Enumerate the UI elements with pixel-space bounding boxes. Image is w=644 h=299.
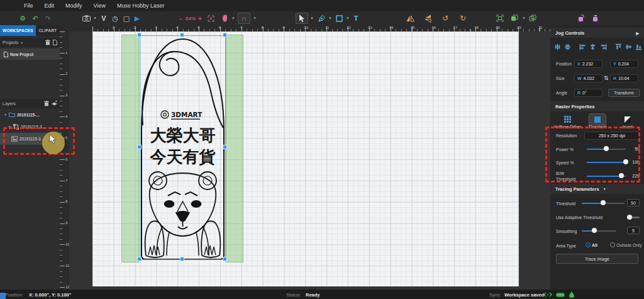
bw-threshold-slider[interactable]: [587, 173, 626, 179]
camera-capture-icon[interactable]: [80, 13, 92, 24]
layer-vector-expand-caret[interactable]: ▶: [9, 125, 11, 128]
statusbar-sync-label: Sync:: [489, 292, 501, 298]
jog-controls-header[interactable]: Jog Controls ▶: [550, 28, 644, 38]
tab-workspaces[interactable]: WORKSPACES: [0, 25, 36, 36]
raster-properties-header[interactable]: Raster Properties: [550, 101, 644, 111]
perimeter-frame-icon[interactable]: ▢: [121, 13, 131, 24]
layer-vector-label: 20191115-3...: [21, 125, 45, 129]
tracing-collapse-caret[interactable]: ▼: [603, 187, 606, 191]
adaptive-threshold-toggle[interactable]: [627, 215, 640, 220]
layer-group-row[interactable]: ▼ 20191115-...: [0, 109, 60, 120]
align-right-icon[interactable]: [600, 43, 607, 51]
flip-horizontal-icon[interactable]: [404, 13, 416, 24]
menu-modify[interactable]: Modify: [65, 3, 82, 9]
resolution-value-field[interactable]: 250 x 250 dpi: [584, 132, 640, 140]
position-y-field[interactable]: Y0.204: [610, 60, 638, 68]
tab-clipart[interactable]: CLIPART: [36, 25, 60, 36]
pan-hand-icon[interactable]: [219, 13, 230, 24]
resolution-label: Resolution: [556, 133, 577, 138]
menu-view[interactable]: View: [94, 3, 106, 9]
shape-tool-caret[interactable]: ▼: [345, 13, 350, 24]
rotate-ccw-icon[interactable]: ↺: [440, 13, 451, 24]
transform-button[interactable]: Transform: [608, 89, 640, 97]
ungroup-layers-icon[interactable]: [527, 13, 538, 24]
tracing-parameters-header[interactable]: Tracing Parameters ▼: [550, 184, 644, 194]
trace-threshold-slider[interactable]: [582, 200, 625, 206]
select-tool-icon[interactable]: [296, 13, 308, 24]
delete-project-trash-icon[interactable]: [45, 40, 50, 46]
distribute-horizontal-icon[interactable]: [554, 43, 561, 51]
angle-r-field[interactable]: R0°: [574, 89, 602, 97]
size-h-field[interactable]: H10.64: [610, 74, 638, 82]
menu-file[interactable]: File: [24, 3, 33, 9]
camera-dropdown-caret[interactable]: ▼: [92, 13, 97, 24]
pan-dropdown-caret[interactable]: ▼: [231, 13, 236, 24]
run-job-play-icon[interactable]: ▶: [133, 13, 142, 24]
selection-handle-w[interactable]: [137, 145, 142, 149]
group-dropdown-caret[interactable]: ▼: [521, 13, 526, 24]
select-tool-caret[interactable]: ▼: [309, 13, 314, 24]
snap-dropdown-caret[interactable]: ▼: [252, 13, 257, 24]
job-timer-icon[interactable]: ◷: [110, 13, 120, 24]
delete-layer-trash-icon[interactable]: [44, 101, 49, 107]
selection-handle-se[interactable]: [223, 257, 227, 261]
mode-halftone-dither[interactable]: Halftone Dither: [553, 114, 582, 129]
pen-tool-icon[interactable]: [316, 13, 326, 24]
distribute-vertical-icon[interactable]: [564, 43, 571, 51]
zoom-level-value[interactable]: 64%: [184, 13, 197, 24]
copy-object-icon[interactable]: [575, 13, 587, 24]
zoom-out-button[interactable]: -: [178, 13, 183, 24]
project-item-new-project[interactable]: New Project: [0, 48, 60, 60]
layer-vector-row[interactable]: ▶ 20191115-3...: [0, 121, 60, 132]
mode-invert[interactable]: Invert: [613, 114, 642, 129]
flip-vertical-icon[interactable]: [422, 13, 433, 24]
align-left-icon[interactable]: [579, 43, 586, 51]
projects-collapse-caret[interactable]: ▼: [20, 41, 23, 45]
position-x-field[interactable]: X2.232: [574, 60, 602, 68]
selection-handle-nw[interactable]: [137, 33, 142, 37]
settings-gear-icon[interactable]: ⚙: [18, 13, 28, 24]
snap-magnet-icon[interactable]: ∩: [238, 13, 250, 24]
canvas-viewport[interactable]: 3DMART 大榮大哥 今天有貨: [69, 31, 550, 290]
speed-slider[interactable]: [587, 159, 626, 165]
mode-threshold[interactable]: Threshold: [583, 114, 612, 129]
new-project-icon[interactable]: [53, 40, 57, 46]
zoom-fit-icon[interactable]: [206, 13, 216, 24]
workspace-page[interactable]: 3DMART 大榮大哥 今天有貨: [92, 31, 519, 286]
undo-icon[interactable]: ↶: [30, 13, 40, 24]
menu-muse-hobby-laser[interactable]: Muse Hobby Laser: [117, 3, 165, 9]
shape-rectangle-tool-icon[interactable]: [334, 13, 344, 24]
hruler-label: 4: [176, 26, 178, 30]
trace-image-button[interactable]: Trace Image: [556, 254, 638, 264]
selection-handle-ne[interactable]: [223, 33, 227, 37]
menu-edit[interactable]: Edit: [45, 3, 55, 9]
pen-tool-caret[interactable]: ▼: [328, 13, 333, 24]
smoothing-slider[interactable]: [582, 228, 616, 234]
select-all-frame-icon[interactable]: [494, 13, 506, 24]
selection-handle-e[interactable]: [223, 145, 227, 149]
selection-handle-n[interactable]: [180, 33, 184, 37]
add-layer-icon[interactable]: [52, 101, 57, 107]
selection-handle-sw[interactable]: [137, 257, 142, 261]
align-bottom-icon[interactable]: [635, 43, 642, 51]
area-type-all-option[interactable]: All: [586, 242, 597, 247]
power-slider[interactable]: [587, 146, 626, 152]
paste-object-icon[interactable]: [590, 13, 601, 24]
vector-view-button[interactable]: V: [99, 13, 108, 24]
zoom-in-button[interactable]: +: [197, 13, 203, 24]
redo-icon[interactable]: ↷: [43, 13, 53, 24]
text-tool-icon[interactable]: T: [352, 13, 360, 24]
size-w-field[interactable]: W4.032: [574, 74, 602, 82]
align-top-icon[interactable]: [615, 43, 622, 51]
align-middle-icon[interactable]: [625, 43, 632, 51]
align-center-horizontal-icon[interactable]: [589, 43, 596, 51]
selection-handle-s[interactable]: [180, 257, 184, 261]
jog-expand-caret[interactable]: ▶: [636, 31, 639, 35]
aspect-link-icon[interactable]: ⇅: [604, 75, 609, 81]
layer-group-expand-caret[interactable]: ▼: [4, 113, 7, 116]
hruler-label: 15: [411, 26, 415, 30]
group-layers-icon[interactable]: [509, 13, 520, 24]
selection-bounding-box[interactable]: [140, 35, 226, 260]
rotate-cw-icon[interactable]: ↻: [457, 13, 469, 24]
area-type-outside-option[interactable]: Outside Only: [610, 242, 641, 247]
